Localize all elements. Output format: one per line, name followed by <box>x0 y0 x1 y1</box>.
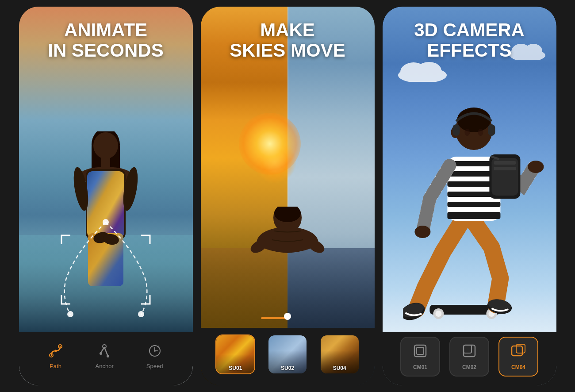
svg-rect-50 <box>447 212 500 219</box>
cm02-icon <box>462 343 477 361</box>
cm02-label: CM02 <box>462 364 476 370</box>
sky-thumb-su02[interactable]: SU02 <box>268 334 307 374</box>
card1-title: ANIMATE IN SECONDS <box>19 20 193 61</box>
svg-point-58 <box>464 129 470 136</box>
card1-title-text: ANIMATE IN SECONDS <box>48 19 163 61</box>
card2-title-text: MAKE SKIES MOVE <box>230 19 345 61</box>
svg-line-19 <box>104 347 108 356</box>
svg-point-13 <box>67 311 73 317</box>
sky-thumb-su04[interactable]: SU04 <box>320 334 360 374</box>
svg-point-21 <box>100 352 102 355</box>
svg-rect-63 <box>494 167 516 170</box>
speed-icon <box>148 344 162 360</box>
cam-thumb-cm01[interactable]: CM01 <box>400 337 440 377</box>
sky-label-su01: SU01 <box>216 365 254 371</box>
animation-path <box>39 218 172 321</box>
toolbar-path[interactable]: Path <box>49 344 63 369</box>
speed-label: Speed <box>146 363 163 369</box>
phone-card-1: ANIMATE IN SECONDS Path <box>19 7 193 385</box>
svg-rect-49 <box>447 202 500 207</box>
slider-bar[interactable] <box>261 317 288 319</box>
sky-thumb-su01[interactable]: SU01 <box>215 334 255 374</box>
svg-point-51 <box>414 226 430 238</box>
card2-toolbar: SU01 SU02 SU04 <box>201 328 375 385</box>
cam-thumb-cm04[interactable]: CM04 <box>498 337 538 377</box>
divider-handle[interactable] <box>284 313 291 320</box>
toolbar-speed[interactable]: Speed <box>146 344 163 369</box>
svg-rect-65 <box>417 347 424 354</box>
svg-point-38 <box>435 311 441 317</box>
card2-title: MAKE SKIES MOVE <box>201 20 375 61</box>
cm01-label: CM01 <box>413 364 427 370</box>
sky-label-su04: SU04 <box>321 365 359 371</box>
svg-rect-56 <box>452 124 460 136</box>
svg-point-31 <box>417 62 441 80</box>
card3-title: 3D CAMERA EFFECTS <box>383 20 556 61</box>
svg-point-17 <box>54 350 57 352</box>
card3-title-text: 3D CAMERA EFFECTS <box>414 19 525 61</box>
svg-rect-3 <box>101 157 110 168</box>
svg-point-24 <box>154 350 156 352</box>
card3-toolbar: CM01 CM02 CM04 <box>383 332 556 385</box>
svg-point-22 <box>107 355 109 357</box>
card3-skater <box>403 88 553 329</box>
path-label: Path <box>50 363 61 369</box>
cm04-label: CM04 <box>511 364 525 370</box>
svg-rect-62 <box>494 161 516 165</box>
svg-rect-57 <box>488 124 495 136</box>
phone-card-2: MAKE SKIES MOVE SU01 SU02 SU04 <box>201 7 375 385</box>
svg-rect-64 <box>414 345 426 357</box>
svg-point-2 <box>93 132 118 159</box>
cam-thumb-cm02[interactable]: CM02 <box>449 337 489 377</box>
anchor-icon <box>97 344 111 360</box>
card1-toolbar: Path Anchor <box>19 332 193 385</box>
cloud-1 <box>396 60 449 84</box>
svg-rect-68 <box>512 346 522 356</box>
svg-rect-67 <box>464 345 472 353</box>
svg-point-52 <box>528 161 544 173</box>
svg-rect-66 <box>464 345 475 357</box>
sun <box>239 113 301 175</box>
sky-label-su02: SU02 <box>268 365 307 371</box>
svg-point-12 <box>103 219 109 225</box>
card2-person <box>243 207 332 306</box>
svg-point-54 <box>457 108 491 132</box>
toolbar-anchor[interactable]: Anchor <box>96 344 114 369</box>
path-icon <box>49 344 63 360</box>
anchor-label: Anchor <box>96 363 114 369</box>
phone-card-3: 3D CAMERA EFFECTS CM01 CM02 <box>383 7 556 385</box>
svg-point-14 <box>138 311 144 317</box>
cm01-icon <box>413 343 428 361</box>
svg-point-59 <box>478 129 483 136</box>
cm04-icon <box>511 343 526 361</box>
